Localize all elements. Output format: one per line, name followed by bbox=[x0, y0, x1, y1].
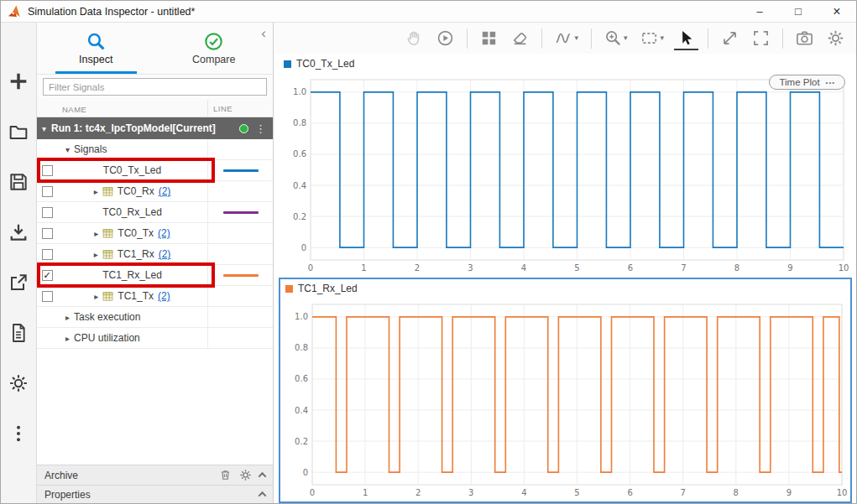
chart-svg[interactable]: 01234567891000.20.40.60.81.0 bbox=[280, 298, 850, 501]
signal-checkbox[interactable]: ✓ bbox=[42, 270, 53, 281]
close-button[interactable]: × bbox=[818, 1, 856, 22]
channel-count-link[interactable]: (2) bbox=[158, 227, 170, 239]
simulation-data-inspector-window: Simulation Data Inspector - untitled* – … bbox=[0, 0, 857, 504]
snapshot-tool[interactable] bbox=[792, 27, 817, 50]
create-report-button[interactable] bbox=[8, 321, 30, 344]
dropdown-caret-icon[interactable]: ▾ bbox=[624, 34, 628, 42]
fit-to-view-tool[interactable] bbox=[749, 27, 773, 50]
fit-to-view-icon bbox=[752, 29, 770, 47]
table-row-tc1-rx-led[interactable]: ✓TC1_Rx_Led bbox=[37, 265, 273, 286]
expand-tree-icon[interactable]: ▸ bbox=[94, 292, 98, 301]
pointer-tool[interactable] bbox=[674, 27, 698, 50]
archive-collapse-chevron-icon[interactable] bbox=[259, 472, 267, 481]
plot-canvas-0[interactable]: 01234567891000.20.40.60.81.0 bbox=[279, 73, 852, 277]
expand-tree-icon[interactable]: ▸ bbox=[65, 334, 70, 343]
properties-bar[interactable]: Properties bbox=[37, 485, 273, 503]
svg-text:4: 4 bbox=[521, 263, 526, 273]
plot-canvas-1[interactable]: 01234567891000.20.40.60.81.0 bbox=[280, 298, 850, 501]
zoom-tool[interactable]: ▾ bbox=[601, 27, 631, 50]
svg-text:0.2: 0.2 bbox=[293, 212, 306, 221]
archive-settings-gear-icon[interactable] bbox=[239, 469, 252, 481]
expand-tree-icon[interactable]: ▸ bbox=[94, 229, 98, 238]
run-header-row[interactable]: ▾ Run 1: tc4x_IpcTopModel[Current] ⋮ bbox=[37, 117, 273, 139]
time-plot-menu-dots-icon[interactable]: ••• bbox=[826, 79, 835, 86]
legend-item[interactable]: TC1_Rx_Led bbox=[285, 283, 358, 294]
row-label: TC1_Tx bbox=[118, 290, 154, 302]
trash-icon[interactable] bbox=[219, 469, 232, 481]
signal-checkbox[interactable] bbox=[42, 186, 53, 197]
preferences-button[interactable] bbox=[8, 372, 30, 394]
chart-svg[interactable]: 01234567891000.20.40.60.81.0 bbox=[279, 73, 852, 277]
add-button[interactable] bbox=[8, 70, 30, 92]
import-button[interactable] bbox=[8, 221, 30, 243]
table-row-tc1-rx[interactable]: ▸TC1_Rx(2) bbox=[37, 244, 273, 265]
run-playback-tool[interactable] bbox=[433, 27, 457, 50]
tab-inspect[interactable]: Inspect bbox=[37, 23, 155, 74]
run-expander-icon[interactable]: ▾ bbox=[42, 124, 46, 133]
legend-label: TC1_Rx_Led bbox=[298, 283, 358, 294]
expand-axes-tool[interactable] bbox=[718, 27, 742, 50]
table-row-tc0-rx[interactable]: ▸TC0_Rx(2) bbox=[37, 181, 273, 202]
table-row-tc0-rx-led[interactable]: TC0_Rx_Led bbox=[37, 202, 273, 223]
run-playback-icon bbox=[436, 29, 454, 47]
matrix-signal-icon bbox=[102, 228, 113, 239]
table-row-tc0-tx[interactable]: ▸TC0_Tx(2) bbox=[37, 223, 273, 244]
maximize-button[interactable]: □ bbox=[779, 1, 818, 22]
table-row-task-execution[interactable]: ▸Task execution bbox=[37, 307, 273, 328]
table-row-signals[interactable]: ▾Signals bbox=[37, 139, 273, 160]
time-plot-menu-button[interactable]: Time Plot ••• bbox=[769, 75, 845, 90]
signal-checkbox[interactable] bbox=[42, 228, 53, 239]
signal-checkbox[interactable] bbox=[42, 249, 53, 260]
toolbar-separator bbox=[591, 29, 592, 49]
signal-checkbox[interactable] bbox=[42, 207, 53, 218]
dropdown-caret-icon[interactable]: ▾ bbox=[574, 34, 578, 42]
toolbar-separator bbox=[541, 29, 542, 49]
archive-bar[interactable]: Archive bbox=[37, 465, 273, 485]
expand-tree-icon[interactable]: ▸ bbox=[94, 187, 98, 196]
archive-label: Archive bbox=[44, 470, 212, 481]
channel-count-link[interactable]: (2) bbox=[159, 185, 171, 197]
zoom-region-tool[interactable]: ▾ bbox=[637, 27, 667, 50]
plot-settings-tool[interactable] bbox=[823, 27, 848, 50]
run-menu-dots-icon[interactable]: ⋮ bbox=[253, 122, 268, 135]
run-label: Run 1: tc4x_IpcTopModel[Current] bbox=[51, 122, 234, 134]
collapse-tree-icon[interactable]: ▾ bbox=[65, 145, 70, 154]
tab-compare[interactable]: Compare bbox=[155, 23, 274, 74]
collapse-panel-chevron-icon[interactable]: ‹ bbox=[261, 26, 266, 40]
table-row-tc0-tx-led[interactable]: TC0_Tx_Led bbox=[37, 160, 273, 181]
preferences-icon bbox=[8, 373, 29, 393]
column-header-line: LINE bbox=[213, 104, 233, 113]
signal-line-swatch bbox=[223, 169, 259, 172]
matrix-signal-icon bbox=[102, 186, 113, 197]
signal-panel: Inspect Compare ‹ NAME LINE bbox=[37, 23, 274, 503]
clear-plots-tool[interactable] bbox=[508, 27, 532, 50]
table-row-cpu-utilization[interactable]: ▸CPU utilization bbox=[37, 328, 273, 349]
signal-checkbox[interactable] bbox=[42, 165, 53, 176]
channel-count-link[interactable]: (2) bbox=[159, 248, 171, 260]
time-plot-tc0-tx-led[interactable]: TC0_Tx_Led Time Plot ••• 01234567891000.… bbox=[279, 55, 852, 277]
minimize-button[interactable]: – bbox=[740, 1, 779, 22]
pan-tool[interactable] bbox=[402, 27, 426, 50]
properties-collapse-chevron-icon[interactable] bbox=[259, 491, 267, 500]
tab-compare-label: Compare bbox=[192, 54, 235, 65]
channel-count-link[interactable]: (2) bbox=[158, 290, 170, 302]
time-plot-tc1-rx-led-selected[interactable]: TC1_Rx_Led 01234567891000.20.40.60.81.0 bbox=[279, 278, 852, 503]
plot-settings-icon bbox=[827, 29, 844, 47]
matlab-logo-icon bbox=[8, 4, 22, 18]
legend-item[interactable]: TC0_Tx_Led bbox=[284, 58, 354, 70]
svg-text:0.4: 0.4 bbox=[295, 406, 308, 415]
export-button[interactable] bbox=[8, 271, 30, 294]
expand-tree-icon[interactable]: ▸ bbox=[94, 250, 98, 259]
open-button[interactable] bbox=[8, 120, 30, 143]
dropdown-caret-icon[interactable]: ▾ bbox=[660, 34, 664, 42]
more-options-button[interactable] bbox=[8, 422, 30, 444]
save-button[interactable] bbox=[8, 170, 30, 193]
svg-text:1: 1 bbox=[363, 488, 368, 497]
signal-trace-tool[interactable]: ▾ bbox=[551, 27, 582, 50]
table-row-tc1-tx[interactable]: ▸TC1_Tx(2) bbox=[37, 286, 273, 307]
signal-checkbox[interactable] bbox=[42, 291, 53, 302]
filter-signals-input[interactable] bbox=[43, 78, 267, 96]
expand-tree-icon[interactable]: ▸ bbox=[65, 313, 70, 322]
layout-tool[interactable] bbox=[477, 27, 501, 50]
expand-axes-icon bbox=[721, 29, 739, 47]
